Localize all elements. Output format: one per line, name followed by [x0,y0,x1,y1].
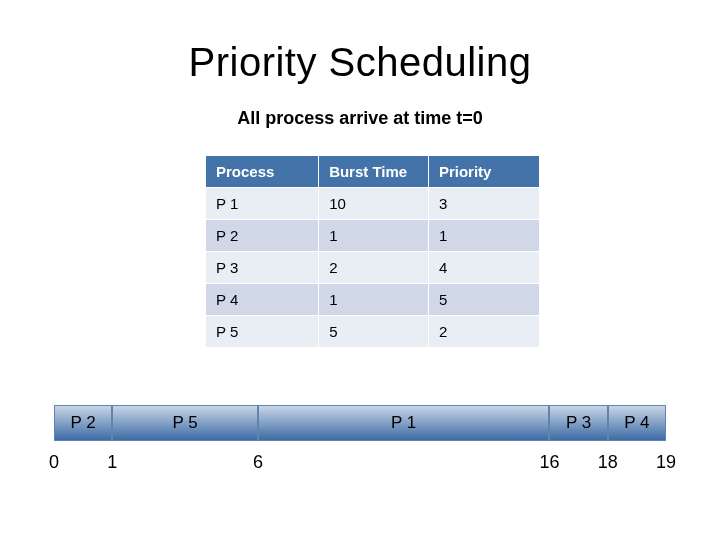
col-header-priority: Priority [428,156,539,188]
col-header-process: Process [206,156,319,188]
table-row: P 1 10 3 [206,188,540,220]
slide: Priority Scheduling All process arrive a… [0,0,720,540]
gantt-segment: P 5 [112,405,258,441]
table-row: P 4 1 5 [206,284,540,316]
gantt-tick-label: 19 [656,452,676,473]
table-row: P 2 1 1 [206,220,540,252]
cell-burst: 1 [319,284,429,316]
cell-process: P 5 [206,316,319,348]
gantt-tick-label: 1 [107,452,117,473]
cell-process: P 2 [206,220,319,252]
cell-burst: 5 [319,316,429,348]
gantt-segment: P 1 [258,405,549,441]
gantt-segment: P 4 [608,405,666,441]
table-row: P 5 5 2 [206,316,540,348]
page-title: Priority Scheduling [0,40,720,85]
cell-process: P 3 [206,252,319,284]
cell-priority: 1 [428,220,539,252]
process-table: Process Burst Time Priority P 1 10 3 P 2… [205,155,540,348]
cell-priority: 4 [428,252,539,284]
cell-process: P 1 [206,188,319,220]
gantt-segment: P 3 [549,405,607,441]
page-subtitle: All process arrive at time t=0 [0,108,720,129]
col-header-burst: Burst Time [319,156,429,188]
cell-burst: 2 [319,252,429,284]
gantt-tick-label: 16 [539,452,559,473]
cell-burst: 10 [319,188,429,220]
gantt-chart: P 2P 5P 1P 3P 4 [54,405,666,441]
cell-burst: 1 [319,220,429,252]
gantt-axis: 016161819 [54,452,666,476]
cell-priority: 5 [428,284,539,316]
cell-priority: 2 [428,316,539,348]
gantt-tick-label: 6 [253,452,263,473]
gantt-tick-label: 0 [49,452,59,473]
gantt-segment: P 2 [54,405,112,441]
cell-priority: 3 [428,188,539,220]
table-row: P 3 2 4 [206,252,540,284]
cell-process: P 4 [206,284,319,316]
gantt-tick-label: 18 [598,452,618,473]
table-header-row: Process Burst Time Priority [206,156,540,188]
